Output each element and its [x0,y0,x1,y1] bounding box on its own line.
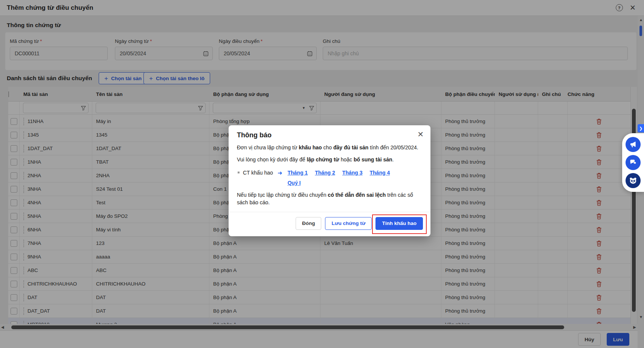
period-link[interactable]: Tháng 3 [342,169,363,176]
modal-warning-text: Nếu tiếp tục lập chứng từ điều chuyển có… [237,191,422,207]
modal-message-line1: Đơn vị chưa lập chứng từ khấu hao cho đầ… [237,144,422,151]
modal-close-icon[interactable]: ✕ [417,131,424,138]
period-link[interactable]: Tháng 1 [287,169,308,176]
chat-icon[interactable] [626,155,641,170]
modal-close-button[interactable]: Đóng [296,217,322,230]
mascot-panda-icon[interactable] [626,173,641,188]
period-link[interactable]: Tháng 2 [315,169,335,176]
announcement-icon[interactable] [626,137,641,152]
modal-calc-depreciation-button[interactable]: Tính khấu hao [375,217,423,230]
period-row-label: CT khấu hao [243,169,273,176]
modal-save-doc-button[interactable]: Lưu chứng từ [325,217,372,230]
period-link[interactable]: Tháng 4 [370,169,390,176]
notification-modal: Thông báo ✕ Đơn vị chưa lập chứng từ khấ… [229,125,430,236]
bullet-icon [238,172,240,173]
depreciation-period-row: CT khấu hao ➜ Tháng 1Tháng 2Tháng 3Tháng… [237,169,422,187]
support-widget-panel [622,133,644,192]
period-link[interactable]: Quý I [287,179,301,187]
arrow-right-icon: ➜ [278,169,282,177]
widget-collapse-chevron-icon[interactable]: ❯ [638,124,644,132]
modal-footer: Đóng Lưu chứng từ Tính khấu hao [229,212,430,236]
period-links: Tháng 1Tháng 2Tháng 3Tháng 4Quý I [287,169,400,187]
modal-title: Thông báo [237,131,422,139]
modal-message-line2: Vui lòng chọn kỳ dưới đây để lập chứng t… [237,156,422,163]
